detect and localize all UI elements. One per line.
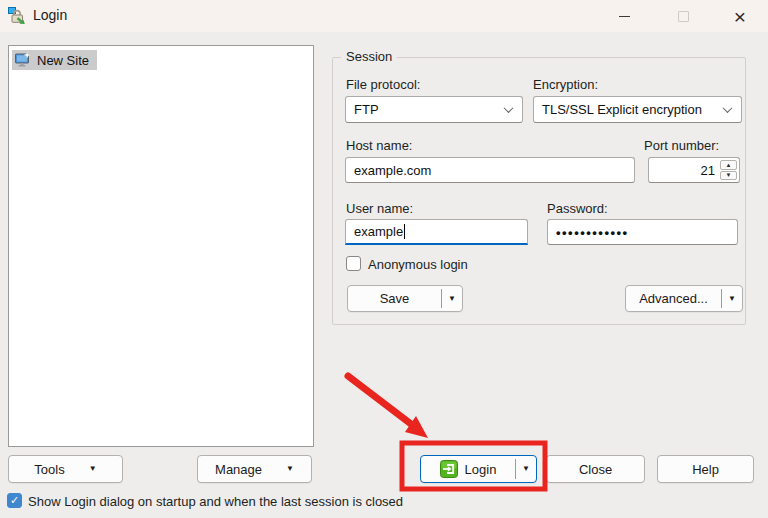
- user-name-label: User name:: [346, 201, 413, 216]
- login-icon: [440, 460, 458, 478]
- dropdown-arrow-icon: ▼: [448, 295, 456, 303]
- close-button[interactable]: Close: [546, 455, 645, 483]
- help-button-main[interactable]: Help: [658, 456, 753, 482]
- advanced-button-label: Advanced...: [639, 291, 708, 306]
- minimize-icon: [619, 16, 630, 17]
- host-name-input[interactable]: example.com: [345, 157, 635, 183]
- tools-button[interactable]: Tools ▼: [8, 455, 123, 483]
- anonymous-login-label: Anonymous login: [368, 257, 468, 272]
- port-number-input[interactable]: 21 ▲ ▼: [648, 157, 740, 183]
- annotation-arrow-shaft: [348, 376, 411, 424]
- tools-button-main[interactable]: Tools ▼: [9, 456, 122, 482]
- login-button-main[interactable]: Login: [421, 456, 515, 482]
- manage-button-main[interactable]: Manage ▼: [198, 456, 311, 482]
- session-group-label: Session: [341, 49, 397, 64]
- file-protocol-select[interactable]: FTP: [345, 96, 523, 123]
- title-bar: Login ×: [0, 0, 768, 32]
- login-button-label: Login: [465, 462, 497, 477]
- spin-down-icon: ▼: [726, 172, 732, 178]
- close-button-main[interactable]: Close: [547, 456, 644, 482]
- dropdown-arrow-icon: ▼: [89, 465, 97, 473]
- spin-down-button[interactable]: ▼: [720, 171, 737, 181]
- sidebar-item-new-site[interactable]: New Site: [12, 50, 97, 70]
- tools-button-label: Tools: [34, 462, 64, 477]
- port-number-label: Port number:: [644, 138, 719, 153]
- advanced-button-main[interactable]: Advanced...: [626, 286, 721, 311]
- dropdown-arrow-icon: ▼: [522, 465, 530, 473]
- site-list[interactable]: New Site: [8, 45, 314, 447]
- site-item-label: New Site: [37, 53, 89, 68]
- dropdown-arrow-icon: ▼: [286, 465, 294, 473]
- user-name-input[interactable]: example: [345, 219, 528, 245]
- file-protocol-label: File protocol:: [346, 77, 420, 92]
- anonymous-login-checkbox[interactable]: [346, 256, 361, 271]
- port-number-value: 21: [701, 163, 715, 178]
- chevron-down-icon: [504, 103, 514, 113]
- winscp-app-icon: [8, 7, 26, 25]
- close-button-label: Close: [579, 462, 612, 477]
- checkmark-icon: ✓: [10, 494, 19, 507]
- text-cursor: [404, 224, 405, 239]
- list-item[interactable]: New Site: [12, 50, 97, 71]
- show-login-dialog-label: Show Login dialog on startup and when th…: [28, 494, 403, 509]
- spin-up-button[interactable]: ▲: [720, 160, 737, 170]
- minimize-button[interactable]: [603, 0, 645, 32]
- save-dropdown-button[interactable]: ▼: [442, 286, 462, 311]
- window-title: Login: [33, 7, 67, 23]
- encryption-select[interactable]: TLS/SSL Explicit encryption: [533, 96, 742, 123]
- show-login-dialog-checkbox[interactable]: ✓: [7, 493, 22, 508]
- login-dialog: Login × New Site Sess: [0, 0, 768, 518]
- password-value: ••••••••••••: [556, 225, 629, 240]
- maximize-icon: [678, 11, 689, 22]
- help-button[interactable]: Help: [657, 455, 754, 483]
- advanced-button[interactable]: Advanced... ▼: [625, 285, 743, 312]
- maximize-button: [662, 0, 704, 32]
- encryption-value: TLS/SSL Explicit encryption: [542, 102, 702, 117]
- password-input[interactable]: ••••••••••••: [547, 219, 738, 245]
- encryption-label: Encryption:: [533, 77, 598, 92]
- new-site-icon: [15, 52, 31, 68]
- save-button-main[interactable]: Save: [348, 286, 441, 311]
- password-label: Password:: [547, 201, 608, 216]
- chevron-down-icon: [723, 103, 733, 113]
- save-button[interactable]: Save ▼: [347, 285, 463, 312]
- help-button-label: Help: [692, 462, 719, 477]
- manage-button[interactable]: Manage ▼: [197, 455, 312, 483]
- login-button[interactable]: Login ▼: [420, 455, 537, 483]
- save-button-label: Save: [380, 291, 410, 306]
- manage-button-label: Manage: [215, 462, 262, 477]
- file-protocol-value: FTP: [354, 102, 379, 117]
- spin-up-icon: ▲: [726, 162, 732, 168]
- close-window-button[interactable]: ×: [719, 0, 761, 32]
- annotation-arrow-head: [405, 416, 428, 438]
- login-dropdown-button[interactable]: ▼: [516, 456, 536, 482]
- close-icon: ×: [734, 6, 746, 27]
- host-name-value: example.com: [354, 163, 431, 178]
- dropdown-arrow-icon: ▼: [728, 295, 736, 303]
- host-name-label: Host name:: [346, 138, 412, 153]
- user-name-value: example: [354, 224, 403, 239]
- port-spinner: ▲ ▼: [720, 160, 737, 180]
- advanced-dropdown-button[interactable]: ▼: [722, 286, 742, 311]
